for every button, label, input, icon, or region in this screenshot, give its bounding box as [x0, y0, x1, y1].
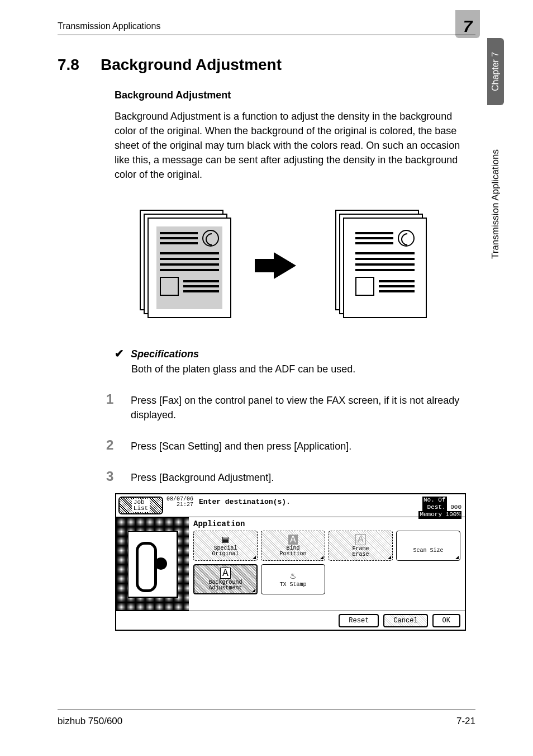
frame-erase-button[interactable]: A Frame Erase [329, 531, 393, 561]
button-label: TX Stamp [279, 582, 306, 588]
original-document-stack [140, 210, 235, 322]
background-adjustment-illustration [140, 207, 430, 324]
step-1: 1 Press [Fax] on the control panel to vi… [106, 391, 467, 422]
specifications-label: Specifications [131, 348, 199, 360]
clock-icon [202, 230, 219, 247]
step-number: 2 [106, 437, 117, 453]
running-head-text: Transmission Applications [58, 21, 160, 31]
tx-stamp-button[interactable]: ♨ TX Stamp [261, 564, 325, 594]
button-label: Cancel [393, 617, 417, 625]
step-2: 2 Press [Scan Setting] and then press [A… [106, 437, 467, 453]
side-tab-chapter-label: Chapter 7 [491, 52, 501, 91]
subheading: Background Adjustment [115, 89, 231, 101]
lcd-left-panel [116, 517, 189, 611]
time-value: 21:27 [166, 502, 193, 508]
datetime: 08/07/06 21:27 [165, 494, 194, 517]
section-number: 7.8 [58, 56, 79, 74]
body-paragraph: Background Adjustment is a function to a… [115, 109, 468, 182]
step-text: Press [Background Adjustment]. [131, 469, 274, 485]
section-heading: 7.8 Background Adjustment [58, 56, 282, 74]
button-label: Frame Erase [352, 546, 369, 558]
background-adjustment-button[interactable]: A Background Adjustment [193, 564, 258, 594]
page-a-icon: A [288, 535, 298, 545]
page-a-outline-icon: A [355, 534, 366, 545]
page: 7 Transmission Applications Chapter 7 Tr… [0, 0, 533, 756]
dest-count-label: No. Of Dest. [422, 497, 447, 511]
specifications-block: ✔ Specifications Both of the platen glas… [115, 347, 468, 376]
arrow-right-icon [274, 252, 296, 279]
job-list-button[interactable]: Job List [118, 497, 163, 514]
reset-button[interactable]: Reset [339, 614, 379, 627]
section-title: Background Adjustment [101, 56, 282, 74]
lcd-screenshot: Job List 08/07/06 21:27 Enter destinatio… [115, 493, 466, 631]
stamp-icon: ♨ [290, 571, 296, 581]
step-number: 1 [106, 391, 117, 422]
running-header: Transmission Applications [58, 21, 475, 35]
specifications-text: Both of the platen glass and the ADF can… [131, 362, 468, 376]
page-a-solid-icon: A [220, 568, 231, 579]
dest-count-value: 000 [450, 504, 461, 511]
button-label: OK [442, 617, 450, 625]
page-footer: bizhub 750/600 7-21 [58, 710, 475, 727]
step-number: 3 [106, 469, 117, 485]
lcd-message: Enter destination(s). [194, 494, 415, 509]
checkmark-icon: ✔ [115, 347, 124, 360]
side-tab-section: Transmission Applications [487, 115, 504, 294]
button-label: Background Adjustment [208, 580, 242, 592]
step-3: 3 Press [Background Adjustment]. [106, 469, 467, 485]
step-text: Press [Scan Setting] and then press [App… [131, 437, 351, 453]
button-label: Scan Size [413, 548, 443, 554]
button-label: Bind Position [279, 546, 306, 557]
adjusted-document-stack [335, 210, 430, 322]
side-tab-chapter: Chapter 7 [487, 38, 504, 105]
button-label: Special Original [212, 546, 239, 557]
footer-model: bizhub 750/600 [58, 716, 122, 727]
footer-page-number: 7-21 [456, 716, 475, 727]
scan-size-button[interactable]: Scan Size [396, 531, 460, 561]
application-panel: Application ▤ Special Original A Bind Po… [189, 517, 465, 611]
application-label: Application [193, 519, 460, 528]
bind-position-button[interactable]: A Bind Position [261, 531, 325, 561]
document-icon: ▤ [222, 535, 229, 545]
job-list-label: Job List [132, 499, 150, 512]
side-tab-section-label: Transmission Applications [490, 149, 501, 259]
step-text: Press [Fax] on the control panel to view… [131, 391, 467, 422]
clock-icon [398, 230, 415, 247]
cancel-button[interactable]: Cancel [383, 614, 427, 627]
ok-button[interactable]: OK [432, 614, 460, 627]
fax-mode-icon [127, 531, 178, 598]
button-label: Reset [349, 617, 369, 625]
special-original-button[interactable]: ▤ Special Original [193, 531, 258, 561]
